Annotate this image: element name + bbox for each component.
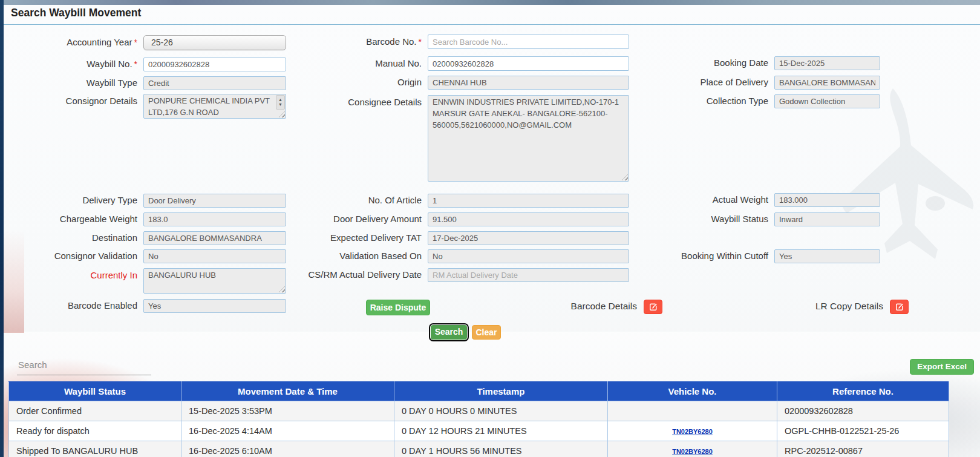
field-booking-date: Booking Date	[647, 56, 880, 70]
consignor-details-textarea[interactable]: PONPURE CHEMICAL INDIA PVT LTD,176 G.N R…	[143, 94, 286, 119]
currently-in-label: Currently In	[16, 268, 137, 281]
field-expected-delivery-tat: Expected Delivery TAT	[301, 231, 629, 245]
field-waybill-status: Waybill Status	[647, 212, 880, 226]
vehicle-no-link[interactable]: TN02BY6280	[672, 448, 713, 455]
raise-dispute-button[interactable]: Raise Dispute	[366, 300, 430, 315]
cell-timestamp: 0 DAY 0 HOURS 0 MINUTES	[394, 401, 608, 421]
cell-vehicle	[608, 401, 777, 421]
table-row: Ready for dispatch 16-Dec-2025 4:14AM 0 …	[9, 421, 949, 441]
waybill-type-input	[143, 76, 286, 90]
field-accounting-year: Accounting Year* 25-26	[16, 35, 286, 50]
validation-based-on-input	[428, 249, 629, 263]
field-destination: Destination	[16, 231, 286, 245]
field-consignor-details: Consignor Details PONPURE CHEMICAL INDIA…	[16, 94, 286, 119]
left-edge-bar	[0, 0, 4, 457]
cell-status: Order Confirmed	[9, 401, 181, 421]
validation-based-on-label: Validation Based On	[301, 251, 422, 262]
lr-copy-details-edit-button[interactable]	[890, 300, 909, 314]
barcode-details-edit-button[interactable]	[644, 300, 662, 314]
scroll-spinner-icon[interactable]: ▲▼	[276, 95, 285, 110]
no-of-article-label: No. Of Article	[301, 195, 422, 206]
delivery-type-label: Delivery Type	[16, 195, 137, 206]
field-collection-type: Collection Type	[647, 94, 880, 108]
manual-no-input[interactable]	[428, 56, 629, 71]
barcode-enabled-input	[143, 299, 286, 313]
destination-input	[143, 231, 286, 245]
background-airplane-image	[835, 85, 980, 272]
cs-rm-actual-delivery-date-input[interactable]	[428, 268, 629, 282]
cell-datetime: 16-Dec-2025 6:10AM	[181, 441, 394, 457]
waybill-no-input[interactable]	[143, 58, 286, 71]
cell-reference: 02000932602828	[777, 401, 949, 421]
header-reference-no[interactable]: Reference No.	[777, 382, 949, 401]
barcode-no-input[interactable]	[428, 35, 629, 49]
consignor-validation-input	[143, 249, 286, 263]
chargeable-weight-label: Chargeable Weight	[16, 214, 137, 225]
door-delivery-amount-input	[428, 212, 629, 226]
cell-datetime: 16-Dec-2025 4:14AM	[181, 421, 394, 441]
field-consignor-validation: Consignor Validation	[16, 249, 286, 263]
field-place-of-delivery: Place of Delivery	[647, 76, 880, 90]
field-manual-no: Manual No.	[301, 56, 629, 71]
table-row: Shipped To BANGALURU HUB 16-Dec-2025 6:1…	[9, 441, 949, 457]
field-origin: Origin	[301, 76, 629, 90]
export-excel-button[interactable]: Export Excel	[910, 359, 974, 375]
collection-type-label: Collection Type	[647, 96, 768, 107]
accounting-year-select[interactable]: 25-26	[143, 35, 286, 50]
window-top-photo-strip	[0, 0, 980, 5]
field-cs-rm-actual-delivery-date: CS/RM Actual Delivery Date	[301, 268, 629, 282]
cell-reference: RPC-202512-00867	[777, 441, 949, 457]
booking-date-label: Booking Date	[647, 58, 768, 69]
header-vehicle-no[interactable]: Vehicle No.	[608, 382, 777, 401]
collection-type-input	[774, 94, 880, 108]
consignor-validation-label: Consignor Validation	[16, 251, 137, 262]
expected-delivery-tat-label: Expected Delivery TAT	[301, 232, 422, 244]
header-timestamp[interactable]: Timestamp	[394, 382, 608, 401]
booking-within-cutoff-label: Booking Within Cutoff	[647, 251, 768, 262]
table-header-row: Waybill Status Movement Date & Time Time…	[9, 382, 949, 401]
field-barcode-enabled: Barcode Enabled	[16, 299, 286, 313]
actual-weight-label: Actual Weight	[647, 194, 768, 206]
field-barcode-no: Barcode No.*	[301, 35, 629, 49]
table-row: Order Confirmed 15-Dec-2025 3:53PM 0 DAY…	[9, 401, 949, 421]
waybill-type-label: Waybill Type	[16, 77, 137, 89]
barcode-enabled-label: Barcode Enabled	[16, 300, 137, 312]
manual-no-label: Manual No.	[301, 58, 422, 70]
title-divider	[4, 24, 980, 25]
consignor-details-label: Consignor Details	[16, 94, 137, 107]
field-delivery-type: Delivery Type	[16, 194, 286, 208]
header-movement-date-time[interactable]: Movement Date & Time	[181, 382, 394, 401]
destination-label: Destination	[16, 232, 137, 244]
place-of-delivery-input	[774, 76, 880, 90]
page-title: Search Waybill Movement	[11, 7, 141, 19]
actual-weight-input	[774, 193, 880, 207]
barcode-no-label: Barcode No.*	[301, 36, 422, 48]
header-waybill-status[interactable]: Waybill Status	[9, 382, 181, 401]
field-actual-weight: Actual Weight	[647, 193, 880, 207]
consignee-details-textarea[interactable]: ENNWIN INDUSTRIES PRIVATE LIMITED,NO-170…	[428, 95, 629, 182]
no-of-article-input	[428, 194, 629, 208]
lr-copy-details-label: LR Copy Details	[799, 301, 883, 312]
edit-pencil-icon	[649, 303, 658, 311]
field-waybill-no: Waybill No.*	[16, 58, 286, 71]
waybill-status-label: Waybill Status	[647, 214, 768, 225]
cell-vehicle: TN02BY6280	[608, 441, 777, 457]
barcode-details-label: Barcode Details	[544, 301, 637, 312]
field-chargeable-weight: Chargeable Weight	[16, 212, 286, 226]
required-asterisk: *	[419, 37, 422, 47]
booking-date-input	[774, 56, 880, 70]
search-button[interactable]: Search	[431, 325, 467, 340]
field-door-delivery-amount: Door Delivery Amount	[301, 212, 629, 226]
clear-button[interactable]: Clear	[472, 325, 501, 340]
vehicle-no-link[interactable]: TN02BY6280	[672, 428, 713, 435]
expected-delivery-tat-input	[428, 231, 629, 245]
origin-input	[428, 76, 629, 90]
table-search-input[interactable]	[17, 357, 151, 375]
consignee-details-label: Consignee Details	[301, 95, 422, 108]
currently-in-textarea[interactable]: BANGALURU HUB	[143, 268, 286, 294]
required-asterisk: *	[134, 38, 137, 47]
edit-pencil-icon	[895, 303, 904, 311]
field-no-of-article: No. Of Article	[301, 194, 629, 208]
field-validation-based-on: Validation Based On	[301, 249, 629, 263]
field-currently-in: Currently In BANGALURU HUB	[16, 268, 286, 294]
